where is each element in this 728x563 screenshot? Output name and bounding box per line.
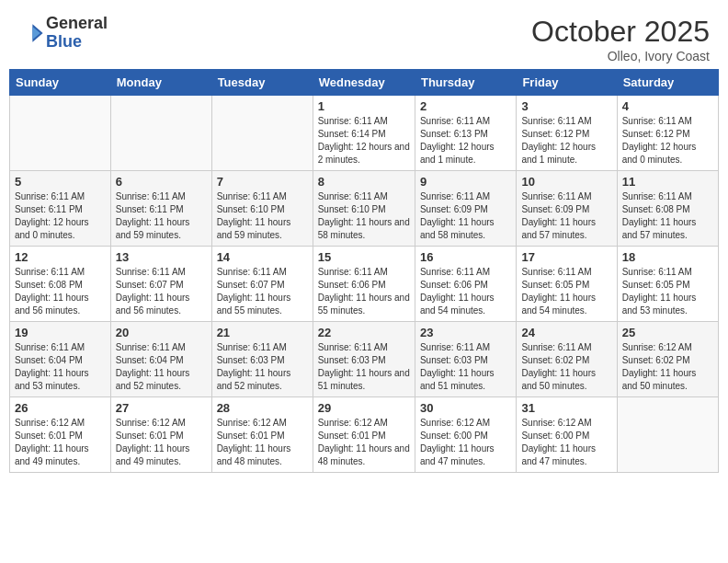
day-info: Sunrise: 6:11 AM Sunset: 6:03 PM Dayligh… bbox=[420, 341, 511, 393]
calendar-cell: 4Sunrise: 6:11 AM Sunset: 6:12 PM Daylig… bbox=[617, 96, 718, 171]
day-info: Sunrise: 6:11 AM Sunset: 6:12 PM Dayligh… bbox=[521, 115, 611, 167]
day-info: Sunrise: 6:12 AM Sunset: 6:00 PM Dayligh… bbox=[420, 417, 511, 468]
logo-general: General bbox=[46, 14, 108, 32]
calendar-cell: 13Sunrise: 6:11 AM Sunset: 6:07 PM Dayli… bbox=[110, 247, 211, 322]
day-info: Sunrise: 6:11 AM Sunset: 6:13 PM Dayligh… bbox=[420, 115, 511, 167]
day-number: 2 bbox=[420, 99, 511, 113]
calendar-week-row: 1Sunrise: 6:11 AM Sunset: 6:14 PM Daylig… bbox=[10, 96, 719, 171]
calendar-cell: 26Sunrise: 6:12 AM Sunset: 6:01 PM Dayli… bbox=[10, 397, 111, 473]
day-info: Sunrise: 6:11 AM Sunset: 6:07 PM Dayligh… bbox=[116, 266, 207, 317]
calendar-table: SundayMondayTuesdayWednesdayThursdayFrid… bbox=[9, 69, 719, 473]
day-number: 12 bbox=[15, 250, 106, 264]
calendar-cell: 29Sunrise: 6:12 AM Sunset: 6:01 PM Dayli… bbox=[313, 397, 415, 473]
calendar-cell: 3Sunrise: 6:11 AM Sunset: 6:12 PM Daylig… bbox=[517, 96, 617, 171]
logo-icon bbox=[18, 20, 44, 46]
day-number: 7 bbox=[217, 175, 308, 189]
day-number: 24 bbox=[521, 326, 611, 339]
day-number: 28 bbox=[217, 401, 308, 415]
day-number: 31 bbox=[521, 401, 611, 415]
calendar-cell: 7Sunrise: 6:11 AM Sunset: 6:10 PM Daylig… bbox=[211, 171, 313, 247]
col-header-wednesday: Wednesday bbox=[313, 70, 415, 96]
calendar-cell: 14Sunrise: 6:11 AM Sunset: 6:07 PM Dayli… bbox=[211, 247, 313, 322]
page-header: General Blue October 2025 Olleo, Ivory C… bbox=[9, 9, 719, 63]
day-info: Sunrise: 6:11 AM Sunset: 6:04 PM Dayligh… bbox=[15, 341, 106, 393]
day-info: Sunrise: 6:12 AM Sunset: 6:01 PM Dayligh… bbox=[116, 417, 207, 468]
calendar-header-row: SundayMondayTuesdayWednesdayThursdayFrid… bbox=[10, 70, 719, 96]
col-header-friday: Friday bbox=[517, 70, 617, 96]
day-info: Sunrise: 6:12 AM Sunset: 6:01 PM Dayligh… bbox=[15, 417, 106, 468]
calendar-cell bbox=[10, 96, 111, 171]
col-header-thursday: Thursday bbox=[415, 70, 516, 96]
day-info: Sunrise: 6:11 AM Sunset: 6:10 PM Dayligh… bbox=[217, 190, 308, 242]
day-number: 13 bbox=[116, 250, 207, 264]
logo-blue: Blue bbox=[46, 32, 82, 51]
day-info: Sunrise: 6:11 AM Sunset: 6:11 PM Dayligh… bbox=[116, 190, 207, 242]
day-number: 8 bbox=[318, 175, 410, 189]
day-number: 16 bbox=[420, 250, 511, 264]
logo-text: General Blue bbox=[46, 15, 108, 52]
day-info: Sunrise: 6:11 AM Sunset: 6:11 PM Dayligh… bbox=[15, 190, 106, 242]
day-info: Sunrise: 6:11 AM Sunset: 6:07 PM Dayligh… bbox=[217, 266, 308, 317]
calendar-cell: 5Sunrise: 6:11 AM Sunset: 6:11 PM Daylig… bbox=[10, 171, 111, 247]
col-header-saturday: Saturday bbox=[617, 70, 718, 96]
calendar-week-row: 12Sunrise: 6:11 AM Sunset: 6:08 PM Dayli… bbox=[10, 247, 719, 322]
day-info: Sunrise: 6:11 AM Sunset: 6:14 PM Dayligh… bbox=[318, 115, 410, 167]
calendar-cell bbox=[110, 96, 211, 171]
day-number: 5 bbox=[15, 175, 106, 189]
day-number: 19 bbox=[15, 326, 106, 339]
calendar-cell: 12Sunrise: 6:11 AM Sunset: 6:08 PM Dayli… bbox=[10, 247, 111, 322]
month-title: October 2025 bbox=[531, 15, 710, 49]
title-block: October 2025 Olleo, Ivory Coast bbox=[531, 15, 710, 63]
col-header-tuesday: Tuesday bbox=[211, 70, 313, 96]
calendar-cell: 21Sunrise: 6:11 AM Sunset: 6:03 PM Dayli… bbox=[211, 322, 313, 397]
calendar-week-row: 19Sunrise: 6:11 AM Sunset: 6:04 PM Dayli… bbox=[10, 322, 719, 397]
day-number: 27 bbox=[116, 401, 207, 415]
day-number: 11 bbox=[622, 175, 713, 189]
day-number: 20 bbox=[116, 326, 207, 339]
day-info: Sunrise: 6:11 AM Sunset: 6:09 PM Dayligh… bbox=[420, 190, 511, 242]
calendar-cell: 22Sunrise: 6:11 AM Sunset: 6:03 PM Dayli… bbox=[313, 322, 415, 397]
calendar-week-row: 5Sunrise: 6:11 AM Sunset: 6:11 PM Daylig… bbox=[10, 171, 719, 247]
day-number: 25 bbox=[622, 326, 713, 339]
location-subtitle: Olleo, Ivory Coast bbox=[531, 49, 710, 63]
calendar-cell bbox=[617, 397, 718, 473]
day-info: Sunrise: 6:12 AM Sunset: 6:00 PM Dayligh… bbox=[521, 417, 611, 468]
col-header-sunday: Sunday bbox=[10, 70, 111, 96]
day-info: Sunrise: 6:12 AM Sunset: 6:01 PM Dayligh… bbox=[217, 417, 308, 468]
calendar-cell: 17Sunrise: 6:11 AM Sunset: 6:05 PM Dayli… bbox=[517, 247, 617, 322]
day-info: Sunrise: 6:12 AM Sunset: 6:02 PM Dayligh… bbox=[622, 341, 713, 393]
calendar-cell: 11Sunrise: 6:11 AM Sunset: 6:08 PM Dayli… bbox=[617, 171, 718, 247]
day-info: Sunrise: 6:11 AM Sunset: 6:08 PM Dayligh… bbox=[15, 266, 106, 317]
day-info: Sunrise: 6:11 AM Sunset: 6:12 PM Dayligh… bbox=[622, 115, 713, 167]
day-number: 22 bbox=[318, 326, 410, 339]
calendar-cell: 30Sunrise: 6:12 AM Sunset: 6:00 PM Dayli… bbox=[415, 397, 516, 473]
day-number: 23 bbox=[420, 326, 511, 339]
day-info: Sunrise: 6:11 AM Sunset: 6:03 PM Dayligh… bbox=[318, 341, 410, 393]
day-number: 30 bbox=[420, 401, 511, 415]
day-number: 10 bbox=[521, 175, 611, 189]
day-info: Sunrise: 6:11 AM Sunset: 6:05 PM Dayligh… bbox=[521, 266, 611, 317]
day-number: 4 bbox=[622, 99, 713, 113]
calendar-cell: 16Sunrise: 6:11 AM Sunset: 6:06 PM Dayli… bbox=[415, 247, 516, 322]
day-number: 26 bbox=[15, 401, 106, 415]
calendar-cell: 31Sunrise: 6:12 AM Sunset: 6:00 PM Dayli… bbox=[517, 397, 617, 473]
day-info: Sunrise: 6:11 AM Sunset: 6:02 PM Dayligh… bbox=[521, 341, 611, 393]
day-number: 18 bbox=[622, 250, 713, 264]
calendar-cell: 27Sunrise: 6:12 AM Sunset: 6:01 PM Dayli… bbox=[110, 397, 211, 473]
day-number: 29 bbox=[318, 401, 410, 415]
day-number: 3 bbox=[521, 99, 611, 113]
day-number: 21 bbox=[217, 326, 308, 339]
calendar-cell: 23Sunrise: 6:11 AM Sunset: 6:03 PM Dayli… bbox=[415, 322, 516, 397]
calendar-cell: 18Sunrise: 6:11 AM Sunset: 6:05 PM Dayli… bbox=[617, 247, 718, 322]
day-info: Sunrise: 6:11 AM Sunset: 6:03 PM Dayligh… bbox=[217, 341, 308, 393]
calendar-cell: 2Sunrise: 6:11 AM Sunset: 6:13 PM Daylig… bbox=[415, 96, 516, 171]
day-info: Sunrise: 6:11 AM Sunset: 6:05 PM Dayligh… bbox=[622, 266, 713, 317]
day-number: 14 bbox=[217, 250, 308, 264]
calendar-cell: 24Sunrise: 6:11 AM Sunset: 6:02 PM Dayli… bbox=[517, 322, 617, 397]
calendar-cell: 9Sunrise: 6:11 AM Sunset: 6:09 PM Daylig… bbox=[415, 171, 516, 247]
day-info: Sunrise: 6:11 AM Sunset: 6:10 PM Dayligh… bbox=[318, 190, 410, 242]
day-info: Sunrise: 6:11 AM Sunset: 6:09 PM Dayligh… bbox=[521, 190, 611, 242]
day-info: Sunrise: 6:11 AM Sunset: 6:08 PM Dayligh… bbox=[622, 190, 713, 242]
day-number: 15 bbox=[318, 250, 410, 264]
calendar-cell: 28Sunrise: 6:12 AM Sunset: 6:01 PM Dayli… bbox=[211, 397, 313, 473]
